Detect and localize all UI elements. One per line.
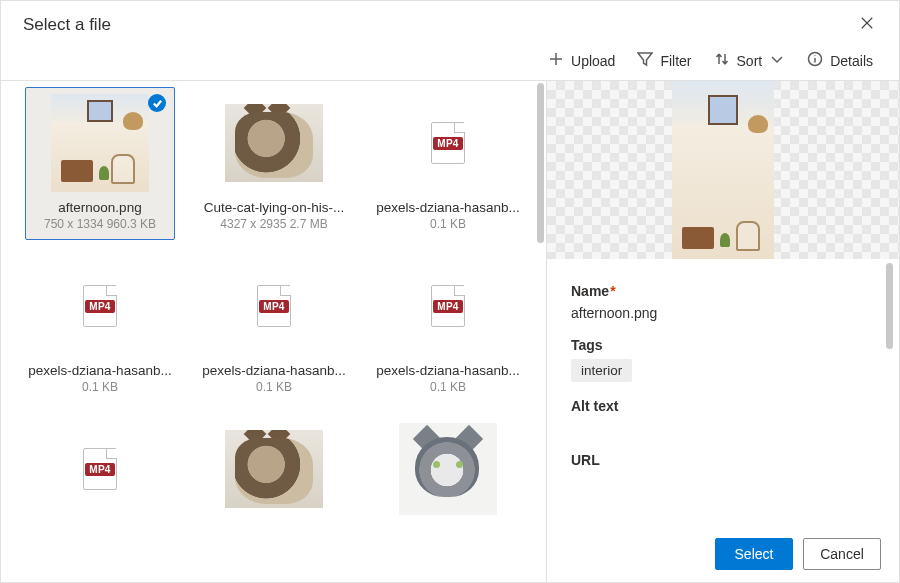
mp4-file-icon: MP4 bbox=[431, 285, 465, 327]
select-button[interactable]: Select bbox=[715, 538, 793, 570]
name-field-value[interactable]: afternoon.png bbox=[571, 305, 875, 321]
file-tile[interactable] bbox=[373, 413, 523, 527]
file-tile[interactable]: MP4pexels-dziana-hasanb...0.1 KB bbox=[373, 87, 523, 240]
mp4-file-icon: MP4 bbox=[431, 122, 465, 164]
file-tile[interactable] bbox=[199, 413, 349, 527]
preview-area bbox=[547, 81, 899, 259]
file-thumbnail bbox=[399, 420, 497, 518]
close-button[interactable] bbox=[855, 13, 879, 37]
mp4-file-icon: MP4 bbox=[83, 285, 117, 327]
mp4-file-icon: MP4 bbox=[257, 285, 291, 327]
file-meta: 750 x 1334 960.3 KB bbox=[44, 217, 156, 231]
file-name: pexels-dziana-hasanb... bbox=[376, 363, 519, 378]
tag-chip[interactable]: interior bbox=[571, 359, 632, 382]
sort-button[interactable]: Sort bbox=[714, 51, 786, 70]
file-name: pexels-dziana-hasanb... bbox=[202, 363, 345, 378]
upload-button[interactable]: Upload bbox=[548, 51, 615, 70]
file-tile[interactable]: MP4 bbox=[25, 413, 175, 527]
tags-field-value[interactable]: interior bbox=[571, 359, 875, 382]
details-button[interactable]: Details bbox=[807, 51, 873, 70]
select-file-dialog: Select a file Upload Filter Sort Details bbox=[0, 0, 900, 583]
svg-point-7 bbox=[815, 55, 816, 56]
mp4-file-icon: MP4 bbox=[83, 448, 117, 490]
file-thumbnail: MP4 bbox=[51, 257, 149, 355]
details-fields: Name afternoon.png Tags interior Alt tex… bbox=[547, 259, 899, 472]
file-name: afternoon.png bbox=[58, 200, 141, 215]
chevron-down-icon bbox=[769, 51, 785, 70]
url-field-label: URL bbox=[571, 452, 875, 468]
dialog-header: Select a file bbox=[1, 1, 899, 43]
details-label: Details bbox=[830, 53, 873, 69]
preview-image bbox=[672, 81, 774, 259]
close-icon bbox=[860, 16, 874, 34]
cancel-button[interactable]: Cancel bbox=[803, 538, 881, 570]
file-thumbnail: MP4 bbox=[51, 420, 149, 518]
file-tile[interactable]: MP4pexels-dziana-hasanb...0.1 KB bbox=[373, 250, 523, 403]
file-name: Cute-cat-lying-on-his-... bbox=[204, 200, 344, 215]
upload-label: Upload bbox=[571, 53, 615, 69]
file-grid-pane: afternoon.png750 x 1334 960.3 KBCute-cat… bbox=[1, 81, 546, 582]
file-thumbnail: MP4 bbox=[399, 94, 497, 192]
file-thumbnail: MP4 bbox=[225, 257, 323, 355]
file-thumbnail bbox=[225, 94, 323, 192]
toolbar: Upload Filter Sort Details bbox=[1, 43, 899, 81]
dialog-body: afternoon.png750 x 1334 960.3 KBCute-cat… bbox=[1, 81, 899, 582]
file-meta: 0.1 KB bbox=[430, 380, 466, 394]
file-thumbnail: MP4 bbox=[399, 257, 497, 355]
details-scrollbar[interactable] bbox=[886, 263, 893, 349]
dialog-title: Select a file bbox=[23, 15, 111, 35]
file-meta: 0.1 KB bbox=[82, 380, 118, 394]
file-tile[interactable]: afternoon.png750 x 1334 960.3 KB bbox=[25, 87, 175, 240]
plus-icon bbox=[548, 51, 564, 70]
grid-scrollbar[interactable] bbox=[537, 83, 544, 243]
file-thumbnail bbox=[51, 94, 149, 192]
tags-field-label: Tags bbox=[571, 337, 875, 353]
alttext-field-label: Alt text bbox=[571, 398, 875, 414]
selected-check-icon bbox=[148, 94, 166, 112]
dialog-footer: Select Cancel bbox=[697, 526, 899, 582]
filter-icon bbox=[637, 51, 653, 70]
filter-button[interactable]: Filter bbox=[637, 51, 691, 70]
file-tile[interactable]: Cute-cat-lying-on-his-...4327 x 2935 2.7… bbox=[199, 87, 349, 240]
svg-marker-4 bbox=[638, 53, 652, 65]
file-grid: afternoon.png750 x 1334 960.3 KBCute-cat… bbox=[1, 83, 546, 531]
file-tile[interactable]: MP4pexels-dziana-hasanb...0.1 KB bbox=[25, 250, 175, 403]
name-field-label: Name bbox=[571, 283, 875, 299]
file-meta: 0.1 KB bbox=[256, 380, 292, 394]
file-thumbnail bbox=[225, 420, 323, 518]
sort-icon bbox=[714, 51, 730, 70]
sort-label: Sort bbox=[737, 53, 763, 69]
details-pane: Name afternoon.png Tags interior Alt tex… bbox=[546, 81, 899, 582]
info-icon bbox=[807, 51, 823, 70]
file-tile[interactable]: MP4pexels-dziana-hasanb...0.1 KB bbox=[199, 250, 349, 403]
file-meta: 0.1 KB bbox=[430, 217, 466, 231]
alttext-field-value[interactable] bbox=[571, 420, 875, 436]
file-meta: 4327 x 2935 2.7 MB bbox=[220, 217, 327, 231]
file-name: pexels-dziana-hasanb... bbox=[376, 200, 519, 215]
filter-label: Filter bbox=[660, 53, 691, 69]
file-name: pexels-dziana-hasanb... bbox=[28, 363, 171, 378]
